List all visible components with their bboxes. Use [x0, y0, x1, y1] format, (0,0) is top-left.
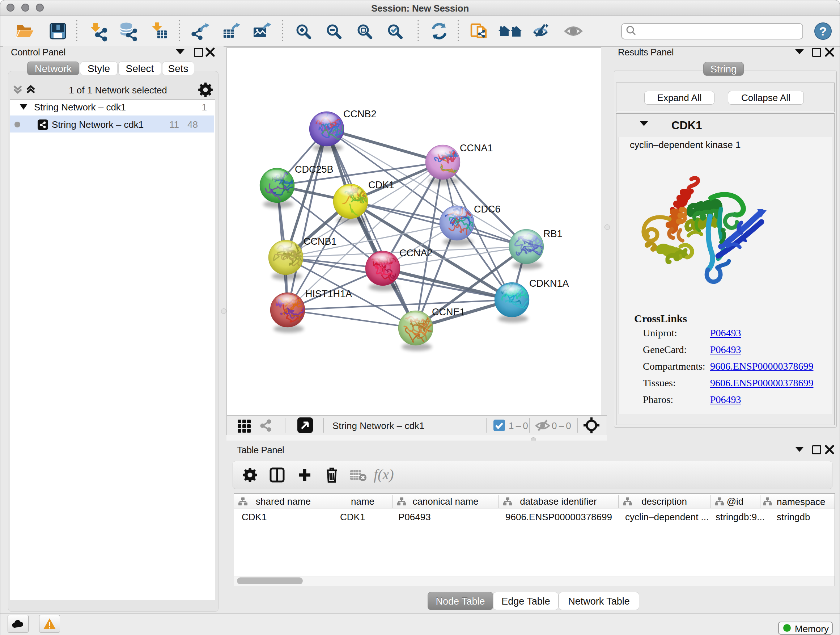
svg-text:CCNE1: CCNE1: [432, 307, 465, 318]
svg-text:CCNA2: CCNA2: [399, 248, 433, 258]
svg-text:RB1: RB1: [543, 228, 562, 239]
svg-text:CDK1: CDK1: [368, 180, 394, 190]
svg-text:CDKN1A: CDKN1A: [529, 278, 569, 289]
svg-text:HIST1H1A: HIST1H1A: [305, 288, 352, 299]
svg-text:CCNA1: CCNA1: [460, 143, 493, 154]
svg-text:CCNB2: CCNB2: [343, 109, 377, 119]
svg-text:?: ?: [819, 24, 827, 38]
svg-text:CDC6: CDC6: [474, 204, 501, 215]
svg-text:CDC25B: CDC25B: [295, 164, 333, 175]
svg-text:CCNB1: CCNB1: [303, 236, 337, 247]
